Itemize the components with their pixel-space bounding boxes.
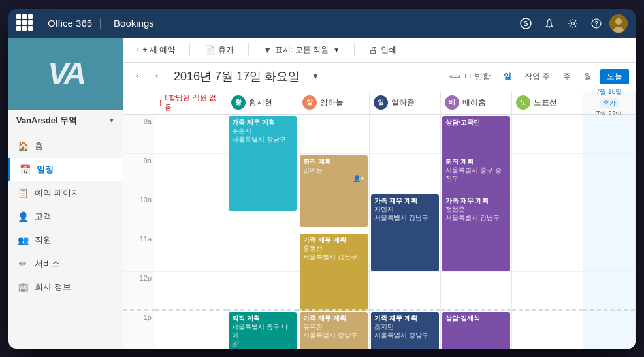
col-hwang: 가족 재무 계획 주준서 서울특별시 강남구 퇴직 계획	[227, 115, 298, 349]
cal-title-chevron-icon[interactable]: ▼	[312, 72, 319, 81]
col-yang: 퇴직 계획 만예은 👤+ 가족 재무 계획 홍동선 서울특별시 강남구	[298, 115, 370, 349]
mini-date1: 7월 16일	[596, 87, 622, 97]
time-12p: 12p	[123, 272, 155, 311]
calendar-nav: ‹ › 2016년 7월 17일 화요일 ▼	[129, 69, 319, 84]
toolbar: + + 새 예약 📄 휴가 ▼ 표시: 모든 직원 ▼ 🖨 인쇄	[123, 38, 636, 63]
unassigned-staff-header: ! ! 할당된 직원 없음	[155, 91, 227, 114]
view-week-button[interactable]: 주	[558, 69, 575, 84]
col-bae: 상담·고국민 퇴직 계획 서울특별시 중구 승전우 가족 재무 계획	[441, 115, 512, 349]
sidebar-item-customer[interactable]: 👤 고객	[8, 205, 123, 228]
view-workweek-button[interactable]: 작업 주	[520, 69, 555, 84]
toolbar-separator	[189, 43, 190, 56]
home-icon: 🏠	[18, 141, 28, 151]
appt-retire-jungguna[interactable]: 퇴직 계획 서울특별시 중구 나이 🔗	[229, 312, 297, 349]
waffle-menu[interactable]	[16, 14, 35, 33]
sidebar-item-schedule[interactable]: 📅 일정	[8, 158, 123, 181]
sidebar-item-company[interactable]: 🏢 회사 정보	[8, 275, 123, 299]
col-mini	[583, 115, 636, 349]
filter-chevron-icon: ▼	[333, 46, 340, 54]
staff-il-avatar: 일	[374, 95, 388, 110]
appt-family-yuujin[interactable]: 가족 재무 계획 유유진 서울특별시 강남구	[300, 312, 368, 349]
filter-button[interactable]: ▼ 표시: 모든 직원 ▼	[259, 42, 344, 58]
sidebar-nav: 🏠 홈 📅 일정 📋 예약 페이지 👤 고객 👥 직원	[8, 134, 123, 299]
view-day-button[interactable]: 일	[499, 69, 516, 84]
mini-col-header: 7월 16일 휴가 7월 22일	[583, 91, 636, 114]
booking-icon: 📋	[18, 188, 28, 198]
svg-text:?: ?	[594, 20, 598, 27]
filter-icon: ▼	[263, 45, 272, 55]
staff-header: ! ! 할당된 직원 없음 황 황서현 양 양하늘 일 일하존	[123, 91, 636, 115]
appt-family-jojimin[interactable]: 가족 재무 계획 조지민 서울특별시 강남구	[371, 312, 439, 349]
svg-point-3	[572, 22, 575, 25]
vacation-button[interactable]: 📄 휴가	[201, 42, 238, 58]
content-area: + + 새 예약 📄 휴가 ▼ 표시: 모든 직원 ▼ 🖨 인쇄	[123, 38, 636, 349]
help-icon[interactable]: ?	[586, 13, 607, 34]
staff-no-header: 노 노표선	[512, 91, 583, 114]
sidebar: VA VanArsdel 무역 ▼ 🏠 홈 📅 일정 📋 예약 페이지	[8, 38, 123, 349]
service-icon: ✏	[18, 258, 28, 269]
time-11a: 11a	[123, 232, 155, 272]
staff-hwang-avatar: 황	[231, 95, 246, 110]
svg-point-7	[615, 18, 622, 25]
sidebar-item-booking[interactable]: 📋 예약 페이지	[8, 181, 123, 205]
time-1p: 1p	[123, 311, 155, 349]
time-col-header	[123, 91, 155, 114]
view-buttons: ⟺ ++ 병합 일 작업 주 주 월 오늘	[445, 69, 629, 84]
company-logo: VA	[8, 38, 123, 110]
svg-text:S: S	[524, 20, 528, 27]
calendar-grid: 8a 9a 10a 11a 12p 1p 2p 3p 4p	[123, 115, 636, 349]
staff-no-avatar: 노	[516, 95, 530, 110]
grid-columns: 상담 노인준 ℹ 상담 이민서	[155, 115, 636, 349]
topbar-actions: S ?	[507, 13, 636, 34]
toolbar-separator3	[354, 43, 355, 56]
col-no: 가족 재무 계획	[512, 115, 583, 349]
settings-icon[interactable]	[562, 13, 583, 34]
sidebar-item-home[interactable]: 🏠 홈	[8, 134, 123, 158]
staff-il-header: 일 일하존	[370, 91, 441, 114]
notifications-icon[interactable]	[539, 13, 560, 34]
skype-icon[interactable]: S	[515, 13, 536, 34]
col-il: 가족 재무 계획 지민지 서울특별시 강남구 가족 재무 계획 조지민 서울	[370, 115, 441, 349]
topbar: Office 365 Bookings S ?	[8, 9, 636, 38]
time-column: 8a 9a 10a 11a 12p 1p 2p 3p 4p	[123, 115, 155, 349]
print-icon: 🖨	[369, 45, 378, 55]
office365-label: Office 365	[40, 18, 101, 29]
calendar-icon: 📅	[20, 164, 30, 175]
staff-hwang-header: 황 황서현	[227, 91, 298, 114]
chevron-down-icon: ▼	[108, 117, 115, 124]
print-button[interactable]: 🖨 인쇄	[365, 42, 400, 58]
toolbar-separator2	[248, 43, 249, 56]
unassigned-label: ! 할당된 직원 없음	[165, 93, 223, 112]
sidebar-item-staff[interactable]: 👥 직원	[8, 228, 123, 252]
time-10a: 10a	[123, 193, 155, 232]
mini-vacation: 휴가	[600, 98, 619, 108]
company-selector[interactable]: VanArsdel 무역 ▼	[8, 110, 123, 132]
time-8a: 8a	[123, 115, 155, 154]
plus-icon: +	[135, 45, 140, 55]
staff-bae-header: 배 배혜홈	[441, 91, 512, 114]
app-name-label: Bookings	[106, 18, 162, 29]
view-month-button[interactable]: 월	[579, 69, 596, 84]
staff-yang-avatar: 양	[302, 95, 317, 110]
staff-bae-avatar: 배	[445, 95, 459, 110]
time-9a: 9a	[123, 154, 155, 193]
staff-columns-header: 황 황서현 양 양하늘 일 일하존 배 배혜홈	[227, 91, 583, 114]
appt-people-icon: 👤+	[353, 174, 364, 183]
new-booking-button[interactable]: + + 새 예약	[131, 42, 179, 58]
calendar-title[interactable]: 2016년 7월 17일 화요일	[174, 69, 300, 84]
today-button[interactable]: 오늘	[600, 69, 629, 84]
appt-link-icon: 🔗	[232, 341, 239, 347]
staff-yang-header: 양 양하늘	[298, 91, 370, 114]
company-icon: 🏢	[18, 282, 28, 292]
calendar-header: ‹ › 2016년 7월 17일 화요일 ▼ ⟺ ++ 병합 일 작업 주 주 …	[123, 63, 636, 91]
vacation-icon: 📄	[204, 45, 215, 55]
merge-button[interactable]: ⟺ ++ 병합	[445, 69, 494, 84]
appt-sangsam-kiseok[interactable]: 상담·김세식	[442, 312, 510, 349]
customer-icon: 👤	[18, 211, 28, 222]
sidebar-item-service[interactable]: ✏ 서비스	[8, 252, 123, 275]
user-avatar[interactable]	[609, 14, 628, 33]
next-button[interactable]: ›	[149, 69, 165, 84]
staff-icon: 👥	[18, 235, 28, 245]
merge-icon: ⟺	[449, 72, 460, 81]
prev-button[interactable]: ‹	[129, 69, 145, 84]
